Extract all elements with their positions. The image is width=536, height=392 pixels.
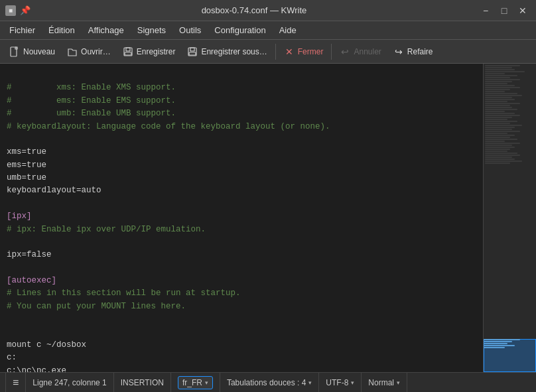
minimap-scrollbar[interactable] xyxy=(483,64,536,372)
undo-icon: ↩ xyxy=(340,46,350,57)
save-icon xyxy=(123,46,133,57)
undo-button[interactable]: ↩ Annuler xyxy=(334,44,386,60)
menu-fichier[interactable]: Fichier xyxy=(3,23,42,38)
menubar: Fichier Édition Affichage Signets Outils… xyxy=(0,21,536,40)
text-editor[interactable]: # xms: Enable XMS support. # ems: Enable… xyxy=(0,64,483,372)
highlight-chevron-icon: ▾ xyxy=(397,379,400,386)
close-file-icon: ✕ xyxy=(284,46,295,57)
toolbar-separator-2 xyxy=(331,44,332,60)
menu-edition[interactable]: Édition xyxy=(42,23,82,38)
save-as-button[interactable]: Enregistrer sous… xyxy=(182,44,272,60)
new-button[interactable]: Nouveau xyxy=(4,44,60,60)
encoding-chevron-icon: ▾ xyxy=(351,379,354,386)
pin-icon[interactable]: 📌 xyxy=(20,5,31,15)
open-button[interactable]: Ouvrir… xyxy=(62,44,116,60)
redo-icon: ↪ xyxy=(393,46,404,57)
statusbar-tabs-dropdown[interactable]: Tabulations douces : 4 ▾ xyxy=(220,373,319,392)
maximize-button[interactable]: □ xyxy=(496,4,512,17)
language-dropdown-box[interactable]: fr_FR ▾ xyxy=(178,376,213,389)
minimize-button[interactable]: − xyxy=(478,4,494,17)
menu-affichage[interactable]: Affichage xyxy=(82,23,131,38)
window-title: dosbox-0.74.conf — KWrite xyxy=(202,5,307,15)
hamburger-icon: ≡ xyxy=(13,377,19,389)
toolbar-separator-1 xyxy=(275,44,276,60)
statusbar-highlight-dropdown[interactable]: Normal ▾ xyxy=(362,373,407,392)
svg-rect-1 xyxy=(124,48,132,56)
main-area: # xms: Enable XMS support. # ems: Enable… xyxy=(0,64,536,372)
menu-aide[interactable]: Aide xyxy=(273,23,303,38)
close-button[interactable]: ✕ xyxy=(515,4,531,17)
open-icon xyxy=(67,46,78,57)
app-icon: ■ xyxy=(5,5,16,16)
svg-rect-6 xyxy=(189,52,196,55)
menu-outils[interactable]: Outils xyxy=(172,23,208,38)
statusbar: ≡ Ligne 247, colonne 1 INSERTION fr_FR ▾… xyxy=(0,372,536,392)
statusbar-menu-icon[interactable]: ≡ xyxy=(5,373,26,392)
menu-configuration[interactable]: Configuration xyxy=(208,23,272,38)
redo-button[interactable]: ↪ Refaire xyxy=(388,44,438,60)
menu-signets[interactable]: Signets xyxy=(131,23,172,38)
statusbar-mode: INSERTION xyxy=(114,373,171,392)
save-as-icon xyxy=(187,46,198,57)
svg-rect-5 xyxy=(190,48,194,51)
statusbar-language-dropdown[interactable]: fr_FR ▾ xyxy=(171,373,220,392)
editor-content[interactable]: # xms: Enable XMS support. # ems: Enable… xyxy=(0,64,483,372)
titlebar: ■ 📌 dosbox-0.74.conf — KWrite − □ ✕ xyxy=(0,0,536,21)
tabs-chevron-icon: ▾ xyxy=(308,379,312,386)
titlebar-left: ■ 📌 xyxy=(5,5,31,16)
minimap xyxy=(484,64,536,372)
new-icon xyxy=(9,46,20,57)
toolbar: Nouveau Ouvrir… Enregistrer Enregistrer … xyxy=(0,40,536,64)
statusbar-position: Ligne 247, colonne 1 xyxy=(26,373,113,392)
window-controls: − □ ✕ xyxy=(478,4,531,17)
statusbar-encoding-dropdown[interactable]: UTF-8 ▾ xyxy=(319,373,362,392)
save-button[interactable]: Enregistrer xyxy=(117,44,181,60)
language-chevron-icon: ▾ xyxy=(205,379,208,386)
close-file-button[interactable]: ✕ Fermer xyxy=(279,44,329,60)
svg-rect-3 xyxy=(125,52,131,55)
svg-rect-4 xyxy=(188,48,196,56)
svg-rect-0 xyxy=(11,47,17,56)
svg-rect-2 xyxy=(126,48,130,51)
